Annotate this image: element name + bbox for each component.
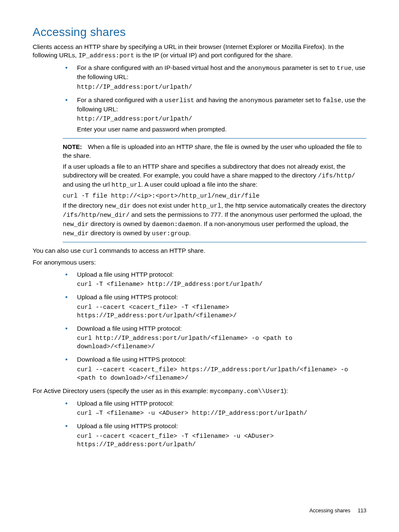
list-item: Upload a file using HTTP protocol: curl … — [63, 270, 366, 289]
text: Upload a file using HTTPS protocol: — [77, 293, 178, 301]
text: Upload a file using HTTP protocol: — [77, 271, 174, 278]
text: does not exist under — [131, 202, 192, 209]
text: . — [189, 229, 191, 236]
text: For a share configured with an IP-based … — [77, 64, 247, 71]
note-para: If the directory new_dir does not exist … — [63, 201, 366, 238]
code-block: curl –T <filename> -u <ADuser> http://IP… — [77, 409, 366, 418]
text: and sets the permissions to 777. If the … — [130, 211, 362, 218]
text: ): — [284, 387, 288, 394]
text-mono: http_url — [112, 182, 141, 188]
note-para: If a user uploads a file to an HTTP shar… — [63, 162, 366, 189]
note-box: NOTE:When a file is uploaded into an HTT… — [63, 138, 366, 243]
para: You can also use curl commands to access… — [33, 247, 366, 256]
text: parameter set to — [273, 96, 322, 103]
list-share-urls: For a share configured with an IP-based … — [63, 64, 366, 134]
list-item: Download a file using HTTPS protocol: cu… — [63, 355, 366, 382]
text: Download a file using HTTPS protocol: — [77, 356, 186, 363]
para: For anonymous users: — [33, 258, 366, 267]
text-mono: new_dir — [105, 203, 130, 209]
list-item: For a shared configured with a userlist … — [63, 96, 366, 134]
list-anon-curl: Upload a file using HTTP protocol: curl … — [63, 270, 366, 383]
code-block: curl --cacert <cacert_file> https://IP_a… — [77, 366, 366, 383]
page-title: Accessing shares — [33, 24, 366, 40]
text-mono: curl — [82, 248, 97, 254]
text: For a shared configured with a — [77, 96, 164, 103]
text: If a user uploads a file to an HTTP shar… — [63, 163, 345, 179]
code-block: curl --cacert <cacert_file> -T <filename… — [77, 432, 366, 449]
list-item: For a share configured with an IP-based … — [63, 64, 366, 91]
list-item: Upload a file using HTTPS protocol: curl… — [63, 422, 366, 449]
footer-label: Accessing shares — [309, 508, 350, 514]
text: Upload a file using HTTP protocol: — [77, 400, 174, 407]
text-mono: anonymous — [240, 97, 273, 104]
text-mono: daemon:daemon — [152, 221, 200, 228]
text: and having the — [194, 96, 239, 103]
para: For Active Directory users (specify the … — [33, 387, 366, 396]
text-mono: /ifs/http/new_dir/ — [63, 212, 130, 218]
note-label: NOTE: — [63, 144, 82, 150]
text: is the IP (or virtual IP) and port confi… — [134, 51, 293, 59]
text: Download a file using HTTP protocol: — [77, 325, 182, 332]
text-mono: mycompany.com\\User1 — [210, 388, 284, 395]
text: You can also use — [33, 247, 82, 254]
text: commands to access an HTTP share. — [97, 247, 205, 254]
text: directory is owned by — [89, 220, 152, 227]
text-mono: IP_address:port — [79, 52, 134, 59]
text: parameter is set to — [281, 64, 337, 71]
text: Enter your user name and password when p… — [77, 125, 366, 134]
list-item: Upload a file using HTTPS protocol: curl… — [63, 293, 366, 320]
text-mono: user:group — [152, 230, 189, 237]
text: , the http service automatically creates… — [221, 202, 366, 209]
page-number: 113 — [358, 508, 366, 514]
list-item: Download a file using HTTP protocol: cur… — [63, 324, 366, 351]
code-block: curl -T file http://<ip>:<port>/http_url… — [63, 192, 366, 200]
text-mono: true — [337, 65, 352, 72]
list-ad-curl: Upload a file using HTTP protocol: curl … — [63, 399, 366, 449]
text-mono: anonymous — [247, 65, 281, 72]
text: Upload a file using HTTPS protocol: — [77, 422, 178, 429]
text-mono: userlist — [164, 97, 194, 104]
text-mono: false — [322, 97, 341, 104]
list-item: Upload a file using HTTP protocol: curl … — [63, 399, 366, 418]
text: For Active Directory users (specify the … — [33, 387, 210, 394]
code-block: curl -T <filename> http://IP_address:por… — [77, 280, 366, 289]
intro-para: Clients access an HTTP share by specifyi… — [33, 43, 366, 60]
text: When a file is uploaded into an HTTP sha… — [63, 143, 362, 159]
code-block: curl http://IP_address:port/urlpath/<fil… — [77, 334, 366, 351]
text-mono: new_dir — [63, 230, 89, 237]
code-block: http://IP_address:port/urlpath/ — [77, 115, 366, 123]
text-mono: http_url — [192, 203, 221, 209]
text-mono: /ifs/http/ — [318, 172, 355, 179]
text: . A user could upload a file into the sh… — [141, 181, 258, 188]
text: . If a non-anonymous user performed the … — [200, 220, 349, 227]
page-footer: Accessing shares 113 — [309, 507, 366, 514]
note-para: NOTE:When a file is uploaded into an HTT… — [63, 143, 366, 160]
text-mono: new_dir — [63, 221, 89, 228]
code-block: curl --cacert <cacert_file> -T <filename… — [77, 303, 366, 320]
text: directory is owned by — [89, 229, 152, 236]
text: If the directory — [63, 202, 105, 209]
text: and using the url — [63, 181, 112, 188]
code-block: http://IP_address:port/urlpath/ — [77, 83, 366, 92]
